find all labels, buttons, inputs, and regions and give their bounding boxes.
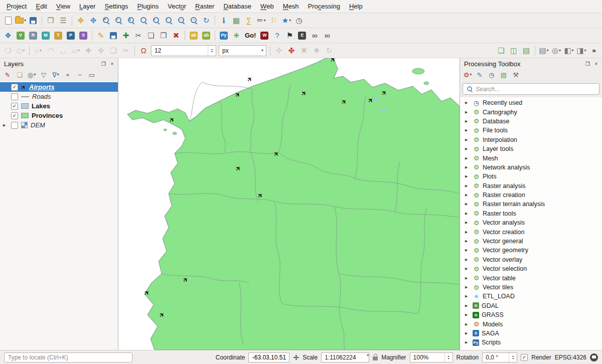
- toolbox-group-vector-table[interactable]: ▶⚙Vector table: [460, 273, 602, 282]
- menu-help[interactable]: Help: [345, 0, 367, 13]
- layer-visibility-checkbox[interactable]: ✓: [11, 112, 18, 119]
- add-mesh-layer[interactable]: M: [40, 30, 52, 42]
- toolbox-group-etl-load[interactable]: ▶✳ETL_LOAD: [460, 292, 602, 301]
- toolbox-group-database[interactable]: ▶⚙Database: [460, 117, 602, 126]
- copy-features[interactable]: ❏: [145, 30, 157, 42]
- add-postgis-layer[interactable]: P: [65, 30, 77, 42]
- chevron-right-icon[interactable]: ▶: [465, 221, 470, 225]
- toolbox-group-scripts[interactable]: ▶PyScripts: [460, 338, 602, 347]
- menu-database[interactable]: Database: [219, 0, 256, 13]
- chevron-right-icon[interactable]: ▶: [465, 174, 470, 178]
- layer-diagram-options[interactable]: ab: [200, 30, 212, 42]
- toggle-editing[interactable]: ✎: [95, 30, 107, 42]
- bug-reporter-plugin[interactable]: ⚑: [283, 30, 295, 42]
- layer-item-lakes[interactable]: ✓Lakes: [0, 101, 118, 111]
- toolbox-group-vector-geometry[interactable]: ▶⚙Vector geometry: [460, 246, 602, 255]
- toolbox-group-mesh[interactable]: ▶⚙Mesh: [460, 153, 602, 162]
- chevron-right-icon[interactable]: ▶: [465, 110, 470, 114]
- airport-marker[interactable]: ✈: [367, 96, 375, 105]
- toolbox-group-raster-analysis[interactable]: ▶⚙Raster analysis: [460, 181, 602, 191]
- label-font-size-spin[interactable]: 12▴▾: [151, 45, 216, 56]
- menu-project[interactable]: Project: [2, 0, 31, 13]
- map-tips[interactable]: ⚐: [268, 15, 280, 27]
- chevron-right-icon[interactable]: ▶: [465, 304, 470, 308]
- remove-layer[interactable]: ▭: [86, 69, 97, 80]
- show-layout-manager[interactable]: ☰: [57, 15, 69, 27]
- identify-features[interactable]: ℹ: [218, 15, 230, 27]
- spinner-arrows-icon[interactable]: ▴▾: [509, 353, 517, 362]
- locate-input[interactable]: [4, 352, 132, 362]
- menu-mesh[interactable]: Mesh: [278, 0, 304, 13]
- chevron-right-icon[interactable]: ▶: [465, 258, 470, 262]
- new-map-view[interactable]: ❏: [495, 45, 507, 57]
- toolbox-group-vector-general[interactable]: ▶⚙Vector general: [460, 237, 602, 246]
- new-3d-map-view[interactable]: ◫: [508, 45, 520, 57]
- toolbox-group-raster-creation[interactable]: ▶⚙Raster creation: [460, 191, 602, 200]
- toolbox-group-vector-selection[interactable]: ▶⚙Vector selection: [460, 264, 602, 273]
- zoom-next[interactable]: →: [188, 15, 200, 27]
- chevron-right-icon[interactable]: ▶: [465, 322, 470, 326]
- toolbox-group-vector-creation[interactable]: ▶⚙Vector creation: [460, 227, 602, 236]
- temporal-controller[interactable]: ◷: [293, 15, 305, 27]
- rotation-spin[interactable]: 0,0 ° ▴▾: [482, 352, 517, 362]
- annotations-menu[interactable]: ◨▾: [575, 45, 587, 57]
- results-viewer[interactable]: ▤: [498, 69, 509, 80]
- layer-item-dem[interactable]: ▶DEM: [0, 120, 118, 130]
- chevron-right-icon[interactable]: ▶: [465, 212, 470, 216]
- new-print-layout[interactable]: ❒: [45, 15, 57, 27]
- chevron-right-icon[interactable]: ▶: [465, 267, 470, 271]
- float-panel-icon[interactable]: ❐: [100, 60, 107, 68]
- add-vector-layer[interactable]: V: [15, 30, 27, 42]
- toolbox-group-grass[interactable]: ▶GGRASS: [460, 310, 602, 319]
- close-panel-icon[interactable]: ×: [108, 60, 116, 68]
- layer-labeling-options[interactable]: ab: [188, 30, 200, 42]
- toolbox-group-vector-tiles[interactable]: ▶⚙Vector tiles: [460, 283, 602, 292]
- chevron-right-icon[interactable]: ▶: [465, 128, 470, 132]
- airport-marker[interactable]: ✈: [300, 89, 309, 98]
- scale-combo[interactable]: 1:11062224 ▾: [321, 352, 369, 362]
- crs-button[interactable]: EPSG:4326: [555, 354, 586, 361]
- processing-options[interactable]: ⚒: [510, 69, 521, 80]
- zoom-native[interactable]: 1: [125, 15, 137, 27]
- elevation-profile[interactable]: ▤: [520, 45, 532, 57]
- decorations-menu[interactable]: ◧▾: [563, 45, 575, 57]
- toolbox-group-saga[interactable]: ▶SSAGA: [460, 329, 602, 338]
- chevron-right-icon[interactable]: ▶: [465, 294, 470, 298]
- collapse-all[interactable]: −: [74, 69, 85, 80]
- zoom-out[interactable]: −: [112, 15, 124, 27]
- toolbox-group-vector-analysis[interactable]: ▶⚙Vector analysis: [460, 218, 602, 227]
- menu-web[interactable]: Web: [256, 0, 278, 13]
- pan-to-selection[interactable]: ✥: [87, 15, 99, 27]
- layer-visibility-checkbox[interactable]: ✓: [11, 84, 18, 91]
- data-source-manager[interactable]: ❖: [2, 30, 14, 42]
- chevron-right-icon[interactable]: ▶: [465, 165, 470, 169]
- help-plugin[interactable]: ?: [271, 30, 283, 42]
- menu-processing[interactable]: Processing: [304, 0, 345, 13]
- toolbox-search-box[interactable]: [463, 83, 599, 95]
- glasses-plugin-2[interactable]: ∞: [321, 30, 333, 42]
- chevron-down-icon[interactable]: ▾: [367, 353, 369, 362]
- preview-mode-menu[interactable]: ◎▾: [550, 45, 562, 57]
- add-raster-layer[interactable]: R: [27, 30, 39, 42]
- processing-history[interactable]: ◷: [486, 69, 497, 80]
- toolbox-group-cartography[interactable]: ▶⚙Cartography: [460, 107, 602, 116]
- airport-marker[interactable]: ✈: [234, 164, 243, 173]
- toolbox-group-raster-terrain-analysis[interactable]: ▶⚙Raster terrain analysis: [460, 200, 602, 209]
- scale-lock-icon[interactable]: [373, 356, 378, 360]
- chevron-right-icon[interactable]: ▶: [465, 119, 470, 123]
- chevron-right-icon[interactable]: ▶: [465, 193, 470, 197]
- wiki-plugin[interactable]: W: [258, 30, 270, 42]
- open-project[interactable]: ▾: [15, 15, 27, 27]
- chevron-right-icon[interactable]: ▶: [465, 138, 470, 142]
- chevron-right-icon[interactable]: ▶: [465, 147, 470, 151]
- toolbox-group-plots[interactable]: ▶⚙Plots: [460, 172, 602, 181]
- toolbox-group-layer-tools[interactable]: ▶⚙Layer tools: [460, 144, 602, 153]
- add-spatialite-layer[interactable]: S: [77, 30, 89, 42]
- magnifier-spin[interactable]: 100% ▴▾: [410, 352, 453, 362]
- plugin-button[interactable]: ✳: [230, 30, 242, 42]
- save-project[interactable]: [27, 15, 39, 27]
- menu-edit[interactable]: Edit: [31, 0, 51, 13]
- zoom-in[interactable]: +: [100, 15, 112, 27]
- spinner-arrows-icon[interactable]: ▴▾: [208, 46, 216, 56]
- chevron-right-icon[interactable]: ▶: [465, 285, 470, 289]
